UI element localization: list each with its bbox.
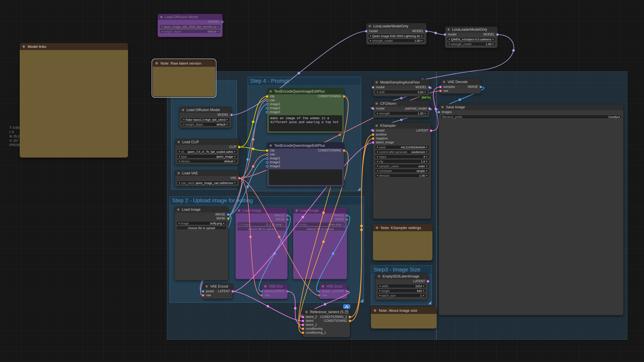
- node-graph-canvas[interactable]: Step 4 - PromptStep 2 - Upload image for…: [0, 0, 644, 362]
- beta-badge: [BETA]: [420, 96, 432, 100]
- badges-layer: [BETA]: [0, 0, 644, 362]
- subgraph-badge-button[interactable]: [343, 304, 350, 309]
